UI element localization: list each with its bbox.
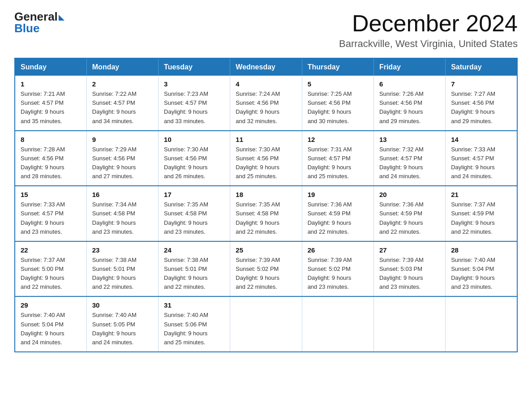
day-info: Sunrise: 7:31 AMSunset: 4:57 PMDaylight:…	[308, 145, 368, 181]
day-info: Sunrise: 7:35 AMSunset: 4:58 PMDaylight:…	[236, 200, 296, 236]
day-number: 3	[164, 80, 224, 88]
day-info: Sunrise: 7:23 AMSunset: 4:57 PMDaylight:…	[164, 90, 224, 126]
day-info: Sunrise: 7:35 AMSunset: 4:58 PMDaylight:…	[164, 200, 224, 236]
calendar-cell: 31Sunrise: 7:40 AMSunset: 5:06 PMDayligh…	[159, 296, 230, 352]
title-block: December 2024 Barrackville, West Virgini…	[339, 11, 518, 50]
calendar-cell: 4Sunrise: 7:24 AMSunset: 4:56 PMDaylight…	[230, 76, 302, 131]
day-number: 26	[308, 246, 368, 254]
calendar-cell: 26Sunrise: 7:39 AMSunset: 5:02 PMDayligh…	[302, 241, 373, 297]
day-info: Sunrise: 7:37 AMSunset: 5:00 PMDaylight:…	[21, 256, 81, 292]
day-info: Sunrise: 7:36 AMSunset: 4:59 PMDaylight:…	[308, 200, 368, 236]
col-header-sunday: Sunday	[15, 58, 86, 76]
day-number: 2	[92, 80, 153, 88]
col-header-saturday: Saturday	[446, 58, 517, 76]
calendar-cell: 27Sunrise: 7:39 AMSunset: 5:03 PMDayligh…	[373, 241, 445, 297]
day-number: 9	[92, 136, 153, 143]
calendar-week-row: 22Sunrise: 7:37 AMSunset: 5:00 PMDayligh…	[15, 241, 517, 297]
day-info: Sunrise: 7:39 AMSunset: 5:02 PMDaylight:…	[236, 256, 296, 292]
calendar-cell: 6Sunrise: 7:26 AMSunset: 4:56 PMDaylight…	[373, 76, 445, 131]
day-number: 19	[308, 191, 368, 198]
day-info: Sunrise: 7:33 AMSunset: 4:57 PMDaylight:…	[451, 145, 511, 181]
day-info: Sunrise: 7:40 AMSunset: 5:06 PMDaylight:…	[164, 311, 224, 347]
day-number: 5	[308, 80, 368, 88]
calendar-cell: 11Sunrise: 7:30 AMSunset: 4:56 PMDayligh…	[230, 131, 302, 186]
day-number: 12	[308, 136, 368, 143]
day-number: 20	[379, 191, 440, 198]
day-number: 28	[451, 246, 511, 254]
calendar-cell: 20Sunrise: 7:36 AMSunset: 4:59 PMDayligh…	[373, 186, 445, 241]
logo-blue: Blue	[14, 22, 39, 34]
calendar-cell: 1Sunrise: 7:21 AMSunset: 4:57 PMDaylight…	[15, 76, 86, 131]
calendar-week-row: 15Sunrise: 7:33 AMSunset: 4:57 PMDayligh…	[15, 186, 517, 241]
day-info: Sunrise: 7:29 AMSunset: 4:56 PMDaylight:…	[92, 145, 153, 181]
col-header-tuesday: Tuesday	[159, 58, 230, 76]
day-info: Sunrise: 7:27 AMSunset: 4:56 PMDaylight:…	[451, 90, 511, 126]
calendar-table: SundayMondayTuesdayWednesdayThursdayFrid…	[14, 58, 518, 352]
col-header-wednesday: Wednesday	[230, 58, 302, 76]
day-number: 22	[21, 246, 81, 254]
calendar-cell: 25Sunrise: 7:39 AMSunset: 5:02 PMDayligh…	[230, 241, 302, 297]
calendar-header-row: SundayMondayTuesdayWednesdayThursdayFrid…	[15, 58, 517, 76]
day-number: 6	[379, 80, 440, 88]
day-number: 14	[451, 136, 511, 143]
calendar-cell: 23Sunrise: 7:38 AMSunset: 5:01 PMDayligh…	[86, 241, 158, 297]
calendar-cell: 28Sunrise: 7:40 AMSunset: 5:04 PMDayligh…	[446, 241, 517, 297]
day-info: Sunrise: 7:24 AMSunset: 4:56 PMDaylight:…	[236, 90, 296, 126]
day-number: 18	[236, 191, 296, 198]
calendar-cell	[302, 296, 373, 352]
calendar-cell: 19Sunrise: 7:36 AMSunset: 4:59 PMDayligh…	[302, 186, 373, 241]
day-number: 10	[164, 136, 224, 143]
day-number: 1	[21, 80, 81, 88]
logo-general: General	[14, 11, 58, 22]
day-number: 29	[21, 301, 81, 309]
day-number: 13	[379, 136, 440, 143]
page-title: December 2024	[339, 11, 518, 36]
day-info: Sunrise: 7:38 AMSunset: 5:01 PMDaylight:…	[92, 256, 153, 292]
calendar-cell: 30Sunrise: 7:40 AMSunset: 5:05 PMDayligh…	[86, 296, 158, 352]
calendar-cell: 5Sunrise: 7:25 AMSunset: 4:56 PMDaylight…	[302, 76, 373, 131]
location-subtitle: Barrackville, West Virginia, United Stat…	[339, 38, 518, 50]
day-number: 7	[451, 80, 511, 88]
day-info: Sunrise: 7:34 AMSunset: 4:58 PMDaylight:…	[92, 200, 153, 236]
day-info: Sunrise: 7:28 AMSunset: 4:56 PMDaylight:…	[21, 145, 81, 181]
logo-arrow-icon	[59, 15, 64, 21]
calendar-cell: 22Sunrise: 7:37 AMSunset: 5:00 PMDayligh…	[15, 241, 86, 297]
calendar-cell: 17Sunrise: 7:35 AMSunset: 4:58 PMDayligh…	[159, 186, 230, 241]
day-number: 21	[451, 191, 511, 198]
day-info: Sunrise: 7:30 AMSunset: 4:56 PMDaylight:…	[164, 145, 224, 181]
day-info: Sunrise: 7:38 AMSunset: 5:01 PMDaylight:…	[164, 256, 224, 292]
day-number: 27	[379, 246, 440, 254]
day-info: Sunrise: 7:32 AMSunset: 4:57 PMDaylight:…	[379, 145, 440, 181]
day-info: Sunrise: 7:37 AMSunset: 4:59 PMDaylight:…	[451, 200, 511, 236]
calendar-cell: 8Sunrise: 7:28 AMSunset: 4:56 PMDaylight…	[15, 131, 86, 186]
day-info: Sunrise: 7:40 AMSunset: 5:04 PMDaylight:…	[451, 256, 511, 292]
calendar-week-row: 1Sunrise: 7:21 AMSunset: 4:57 PMDaylight…	[15, 76, 517, 131]
calendar-cell: 18Sunrise: 7:35 AMSunset: 4:58 PMDayligh…	[230, 186, 302, 241]
calendar-cell: 3Sunrise: 7:23 AMSunset: 4:57 PMDaylight…	[159, 76, 230, 131]
calendar-cell: 21Sunrise: 7:37 AMSunset: 4:59 PMDayligh…	[446, 186, 517, 241]
day-info: Sunrise: 7:39 AMSunset: 5:03 PMDaylight:…	[379, 256, 440, 292]
day-info: Sunrise: 7:36 AMSunset: 4:59 PMDaylight:…	[379, 200, 440, 236]
calendar-cell	[373, 296, 445, 352]
calendar-week-row: 29Sunrise: 7:40 AMSunset: 5:04 PMDayligh…	[15, 296, 517, 352]
day-number: 4	[236, 80, 296, 88]
page-header: General Blue December 2024 Barrackville,…	[14, 11, 518, 50]
day-info: Sunrise: 7:25 AMSunset: 4:56 PMDaylight:…	[308, 90, 368, 126]
calendar-week-row: 8Sunrise: 7:28 AMSunset: 4:56 PMDaylight…	[15, 131, 517, 186]
calendar-cell: 15Sunrise: 7:33 AMSunset: 4:57 PMDayligh…	[15, 186, 86, 241]
day-info: Sunrise: 7:26 AMSunset: 4:56 PMDaylight:…	[379, 90, 440, 126]
logo: General Blue	[14, 11, 64, 34]
day-number: 24	[164, 246, 224, 254]
day-number: 8	[21, 136, 81, 143]
day-number: 16	[92, 191, 153, 198]
calendar-cell: 24Sunrise: 7:38 AMSunset: 5:01 PMDayligh…	[159, 241, 230, 297]
day-number: 15	[21, 191, 81, 198]
day-number: 17	[164, 191, 224, 198]
day-info: Sunrise: 7:21 AMSunset: 4:57 PMDaylight:…	[21, 90, 81, 126]
day-number: 25	[236, 246, 296, 254]
calendar-cell: 7Sunrise: 7:27 AMSunset: 4:56 PMDaylight…	[446, 76, 517, 131]
col-header-friday: Friday	[373, 58, 445, 76]
day-number: 31	[164, 301, 224, 309]
calendar-cell: 2Sunrise: 7:22 AMSunset: 4:57 PMDaylight…	[86, 76, 158, 131]
col-header-thursday: Thursday	[302, 58, 373, 76]
